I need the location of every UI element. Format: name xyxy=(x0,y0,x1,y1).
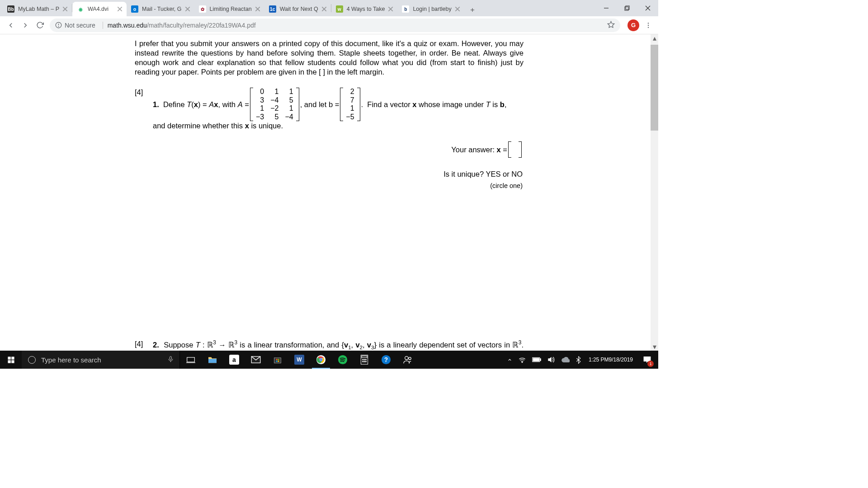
svg-point-59 xyxy=(522,362,523,363)
scroll-up-arrow[interactable]: ▴ xyxy=(651,34,658,42)
profile-avatar[interactable]: G xyxy=(627,19,639,31)
close-tab-icon[interactable] xyxy=(321,6,327,12)
intro-paragraph: I prefer that you submit your answers on… xyxy=(135,39,524,77)
answer-label: Your answer: x = xyxy=(451,145,507,155)
back-button[interactable] xyxy=(4,18,18,33)
tray-chevron-icon[interactable] xyxy=(504,351,515,369)
circle-one: (circle one) xyxy=(153,182,523,190)
bluetooth-icon[interactable] xyxy=(573,351,584,369)
browser-tab[interactable]: oMail - Tucker, G xyxy=(127,2,194,16)
clock-time: 1:25 PM xyxy=(589,357,609,363)
window-controls xyxy=(596,0,658,16)
favicon: ◉ xyxy=(77,5,84,13)
q1-lead: 1. Define T(x) = Ax, with A = xyxy=(153,100,249,109)
browser-tab[interactable]: bLogin | bartleby xyxy=(397,2,464,16)
svg-rect-18 xyxy=(626,6,629,9)
clock-date: 9/18/2019 xyxy=(609,357,633,363)
close-window-button[interactable] xyxy=(637,0,658,16)
q2-text: 2. Suppose T : ℝ3 → ℝ3 is a linear trans… xyxy=(153,339,524,351)
chrome-icon[interactable] xyxy=(310,351,332,369)
svg-rect-30 xyxy=(8,360,10,363)
matrix-A: 0113−451−21−35−4 xyxy=(250,88,299,121)
calculator-icon[interactable] xyxy=(354,351,375,369)
amazon-icon[interactable]: a xyxy=(223,351,245,369)
reload-button[interactable] xyxy=(33,18,47,33)
taskbar-search[interactable]: Type here to search xyxy=(22,351,180,369)
system-tray: 1:25 PM 9/18/2019 1 xyxy=(504,351,658,369)
battery-icon[interactable] xyxy=(529,351,544,369)
points-label: [4] xyxy=(135,88,153,192)
favicon: 1c xyxy=(269,5,276,13)
svg-point-25 xyxy=(648,23,649,23)
tab-title: Wait for Next Q xyxy=(280,6,318,12)
address-bar[interactable]: Not secure math.wsu.edu/math/faculty/rem… xyxy=(50,19,620,32)
tab-title: 4 Ways to Take xyxy=(347,6,385,12)
tab-title: Limiting Reactan xyxy=(210,6,252,12)
svg-rect-17 xyxy=(625,7,628,10)
help-icon[interactable]: ? xyxy=(375,351,397,369)
mail-icon[interactable] xyxy=(245,351,267,369)
close-tab-icon[interactable] xyxy=(387,6,394,12)
ms-store-icon[interactable] xyxy=(267,351,288,369)
svg-rect-32 xyxy=(170,356,172,360)
new-tab-button[interactable] xyxy=(466,4,479,16)
tab-title: Login | bartleby xyxy=(413,6,451,12)
security-indicator[interactable]: Not secure xyxy=(55,22,95,29)
tab-title: Mail - Tucker, G xyxy=(142,6,182,12)
browser-tab[interactable]: ◉WA4.dvi xyxy=(72,2,127,16)
mic-icon[interactable] xyxy=(167,355,174,365)
svg-rect-61 xyxy=(540,359,541,361)
q1-mid: , and let b = xyxy=(300,100,340,109)
tab-title: MyLab Math – P xyxy=(18,6,59,12)
security-label: Not secure xyxy=(65,22,95,29)
favicon: o xyxy=(131,5,138,13)
windows-taskbar: Type here to search a W ? 1:25 PM 9/18/2… xyxy=(0,351,658,369)
close-tab-icon[interactable] xyxy=(117,6,123,12)
svg-rect-37 xyxy=(274,358,281,363)
browser-tab[interactable]: BbMyLab Math – P xyxy=(3,2,72,16)
wifi-icon[interactable] xyxy=(515,351,529,369)
close-tab-icon[interactable] xyxy=(454,6,461,12)
maximize-button[interactable] xyxy=(617,0,637,16)
minimize-button[interactable] xyxy=(596,0,617,16)
close-tab-icon[interactable] xyxy=(62,6,68,12)
svg-rect-28 xyxy=(8,357,10,359)
file-explorer-icon[interactable] xyxy=(202,351,223,369)
svg-rect-62 xyxy=(533,358,539,361)
svg-rect-39 xyxy=(278,359,279,360)
svg-rect-38 xyxy=(276,359,278,360)
chrome-menu-button[interactable] xyxy=(642,22,655,29)
volume-icon[interactable] xyxy=(544,351,558,369)
q1-tail: . Find a vector x whose image under T is… xyxy=(361,100,507,109)
favicon: ✿ xyxy=(199,5,206,13)
bookmark-star-icon[interactable] xyxy=(607,21,615,30)
start-button[interactable] xyxy=(0,351,22,369)
taskbar-clock[interactable]: 1:25 PM 9/18/2019 xyxy=(584,351,637,369)
people-icon[interactable] xyxy=(397,351,419,369)
svg-point-57 xyxy=(405,357,408,360)
scroll-down-arrow[interactable]: ▾ xyxy=(651,343,658,351)
problem-2: [4] 2. Suppose T : ℝ3 → ℝ3 is a linear t… xyxy=(135,339,524,351)
word-icon[interactable]: W xyxy=(288,351,310,369)
action-center-button[interactable]: 1 xyxy=(637,351,656,369)
forward-button[interactable] xyxy=(18,18,33,33)
browser-tab[interactable]: ✿Limiting Reactan xyxy=(194,2,264,16)
tab-title: WA4.dvi xyxy=(88,6,114,12)
vector-b: 271−5 xyxy=(340,88,360,121)
vertical-scrollbar[interactable]: ▴ ▾ xyxy=(651,34,658,351)
notification-badge: 1 xyxy=(647,361,654,367)
favicon: b xyxy=(402,5,409,13)
close-tab-icon[interactable] xyxy=(184,6,191,12)
spotify-icon[interactable] xyxy=(332,351,354,369)
close-tab-icon[interactable] xyxy=(255,6,261,12)
scroll-thumb[interactable] xyxy=(651,45,658,131)
points-label: [4] xyxy=(135,339,153,351)
cortana-circle-icon xyxy=(28,356,36,364)
task-view-button[interactable] xyxy=(180,351,202,369)
svg-rect-29 xyxy=(11,357,14,359)
onedrive-icon[interactable] xyxy=(558,351,573,369)
browser-tab[interactable]: w4 Ways to Take xyxy=(331,2,398,16)
svg-rect-31 xyxy=(11,360,14,363)
browser-tab[interactable]: 1cWait for Next Q xyxy=(264,2,331,16)
svg-point-23 xyxy=(58,26,59,27)
